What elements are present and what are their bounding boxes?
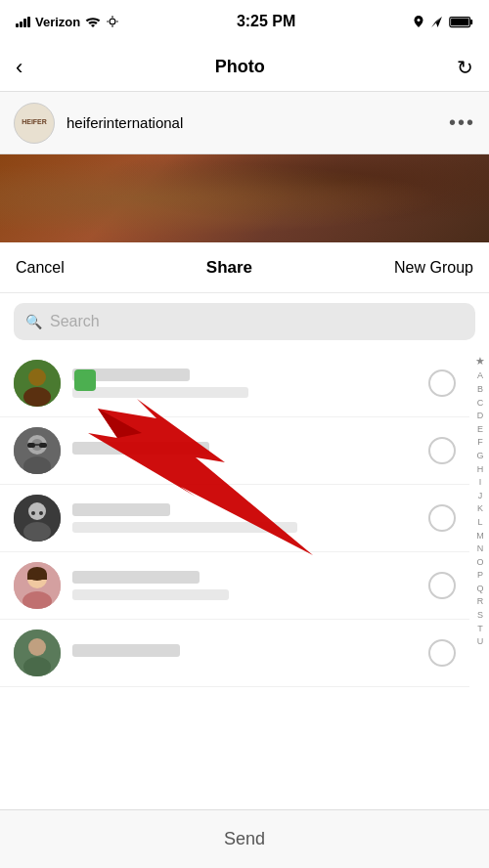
contact-badge (74, 369, 96, 391)
battery-icon (449, 16, 473, 28)
svg-rect-8 (470, 20, 472, 24)
index-r[interactable]: R (477, 595, 484, 608)
index-d[interactable]: D (477, 410, 484, 422)
status-bar: Verizon 3:25 PM (0, 0, 489, 43)
profile-row: HEIFER heiferinternational ••• (0, 92, 489, 154)
svg-rect-19 (27, 443, 35, 448)
avatar-image-4 (14, 562, 61, 609)
contact-avatar (14, 562, 61, 609)
index-e[interactable]: E (477, 423, 483, 436)
svg-rect-31 (27, 574, 47, 580)
contact-list (0, 350, 489, 829)
svg-point-25 (31, 511, 35, 515)
index-l[interactable]: L (477, 516, 482, 529)
contact-radio[interactable] (428, 437, 456, 464)
contact-info (72, 442, 417, 460)
contact-radio[interactable] (428, 369, 456, 397)
brightness-icon (106, 15, 119, 28)
svg-rect-20 (39, 443, 47, 448)
new-group-button[interactable]: New Group (394, 259, 473, 277)
wifi-icon (85, 16, 101, 27)
index-c[interactable]: C (477, 397, 484, 410)
index-b[interactable]: B (477, 383, 483, 396)
navigation-icon (430, 16, 443, 28)
contact-radio[interactable] (428, 504, 456, 532)
profile-username[interactable]: heiferinternational (67, 114, 437, 131)
contact-name-blur (72, 571, 200, 584)
svg-point-34 (23, 657, 51, 676)
svg-point-26 (39, 511, 43, 515)
contact-avatar (14, 427, 61, 474)
contact-avatar (14, 629, 61, 676)
list-item[interactable] (0, 552, 469, 620)
index-g[interactable]: G (476, 450, 483, 462)
contact-info (72, 369, 417, 398)
index-a[interactable]: A (477, 369, 483, 382)
contact-sub-blur (72, 589, 229, 600)
cancel-button[interactable]: Cancel (16, 259, 65, 277)
signal-bar-1 (16, 23, 19, 27)
profile-avatar[interactable]: HEIFER (14, 103, 55, 144)
signal-bar-4 (27, 17, 30, 27)
contact-info (72, 571, 417, 600)
search-icon: 🔍 (25, 314, 42, 329)
contact-avatar (14, 495, 61, 542)
signal-bar-3 (23, 19, 26, 27)
contact-info (72, 503, 417, 533)
send-bar: Send (0, 809, 489, 868)
signal-bars (16, 17, 30, 27)
send-button[interactable]: Send (224, 829, 265, 849)
back-button[interactable]: ‹ (16, 55, 22, 80)
svg-point-10 (28, 369, 46, 386)
share-toolbar: Cancel Share New Group (0, 242, 489, 293)
svg-point-5 (418, 19, 421, 22)
list-item[interactable] (0, 620, 469, 687)
search-placeholder[interactable]: Search (50, 313, 100, 330)
contact-name-blur (72, 503, 170, 516)
contact-name-blur (72, 442, 209, 455)
avatar-image-5 (14, 629, 61, 676)
index-h[interactable]: H (477, 463, 484, 476)
index-k[interactable]: K (477, 502, 483, 515)
share-title: Share (206, 258, 252, 278)
index-m[interactable]: M (476, 530, 484, 542)
index-s[interactable]: S (477, 609, 483, 622)
contact-sub-blur (72, 387, 248, 398)
contact-list-wrapper: ★ A B C D E F G H I J K L M N O P Q R S … (0, 350, 489, 829)
search-container: 🔍 Search (0, 293, 489, 350)
svg-rect-7 (451, 18, 468, 25)
profile-options-button[interactable]: ••• (449, 111, 475, 134)
index-star[interactable]: ★ (475, 354, 485, 369)
index-f[interactable]: F (477, 436, 483, 449)
carrier-label: Verizon (35, 15, 80, 29)
index-n[interactable]: N (477, 542, 484, 555)
heifer-logo-text: HEIFER (22, 118, 47, 126)
index-q[interactable]: Q (476, 583, 483, 595)
refresh-button[interactable]: ↻ (457, 56, 473, 79)
search-bar[interactable]: 🔍 Search (14, 303, 475, 340)
index-j[interactable]: J (478, 490, 483, 502)
contact-radio[interactable] (428, 639, 456, 667)
contact-info (72, 644, 417, 663)
index-i[interactable]: I (479, 476, 482, 489)
signal-bar-2 (20, 22, 22, 27)
contact-sub-blur (72, 522, 297, 533)
list-item[interactable] (0, 417, 469, 485)
index-sidebar: ★ A B C D E F G H I J K L M N O P Q R S … (471, 350, 489, 829)
nav-title: Photo (215, 57, 265, 77)
index-o[interactable]: O (476, 556, 483, 569)
svg-point-0 (110, 19, 115, 24)
list-item[interactable] (0, 485, 469, 552)
contact-radio[interactable] (428, 572, 456, 599)
svg-point-24 (23, 522, 51, 542)
svg-point-11 (23, 387, 51, 407)
status-right (413, 15, 473, 28)
index-u[interactable]: U (477, 635, 484, 648)
avatar-image-2 (14, 427, 61, 474)
index-p[interactable]: P (477, 569, 483, 582)
index-t[interactable]: T (477, 623, 483, 635)
list-item[interactable] (0, 350, 469, 417)
status-left: Verizon (16, 15, 119, 29)
location-icon (413, 15, 424, 28)
contact-avatar (14, 360, 61, 407)
